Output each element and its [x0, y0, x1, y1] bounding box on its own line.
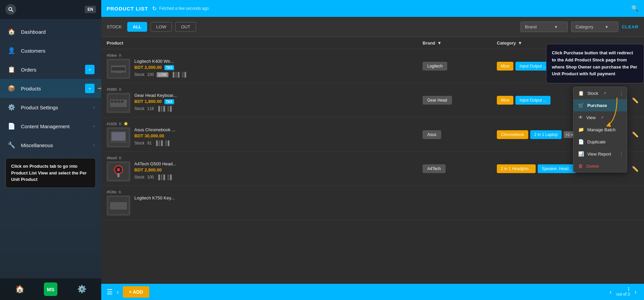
chevron-right-icon: › — [93, 105, 95, 110]
stock-label-row: Stock — [134, 106, 144, 111]
product-id: #1606 ⎘ ⭐ — [107, 121, 423, 126]
sidebar-item-product-settings[interactable]: ⚙️ Product Settings › — [0, 98, 101, 117]
sidebar-item-products[interactable]: 📦 Products + — [0, 79, 101, 98]
page-total: out of 3 — [616, 292, 630, 297]
context-menu-duplicate[interactable]: 📄 Duplicate — [573, 136, 627, 148]
sidebar-bottom: 🏠 MS ⚙️ — [0, 278, 101, 300]
stock-value: 100 — [147, 175, 154, 180]
back-icon[interactable]: ‹ — [117, 289, 119, 296]
prev-page-btn[interactable]: ‹ — [608, 289, 614, 296]
stock-label-row: Stock — [134, 72, 144, 77]
next-page-btn[interactable]: › — [633, 289, 639, 296]
table-row: #539c ⎘ Logitech K750 Key... — [101, 186, 644, 220]
stock-filter-low[interactable]: LOW — [151, 22, 172, 32]
pagination: ‹ 1 out of 3 › — [608, 287, 639, 297]
sidebar-item-label: Miscellaneous — [21, 142, 93, 148]
context-menu-delete[interactable]: 🗑 Delete — [573, 160, 627, 172]
svg-rect-22 — [110, 202, 127, 210]
product-id: #8ee6 ⎘ — [107, 156, 423, 160]
page-info: 1 out of 3 — [616, 287, 630, 297]
bottom-ms-icon[interactable]: MS — [44, 282, 57, 296]
clear-btn[interactable]: CLEAR — [622, 24, 639, 29]
copy-icon[interactable]: ⎘ — [119, 53, 122, 57]
sidebar-item-label: Products — [21, 86, 80, 91]
product-thumbnail — [107, 93, 130, 113]
bottom-settings-icon[interactable]: ⚙️ — [75, 282, 88, 296]
context-delete-label: Delete — [586, 164, 599, 169]
context-more-icon: ⋮ — [619, 151, 624, 157]
sidebar: EN 🏠 Dashboard 👤 Customers 📋 Orders + 📦 — [0, 0, 101, 300]
product-id: #5885 ⎘ — [107, 87, 423, 91]
product-price: BDT 30,000.00 — [134, 133, 175, 138]
stock-value: 91 — [147, 141, 152, 145]
svg-rect-4 — [112, 67, 125, 71]
category-dropdown[interactable]: Category ▾ — [571, 22, 618, 32]
stock-filter-all[interactable]: ALL — [127, 22, 147, 32]
stock-filter-out[interactable]: OUT — [175, 22, 196, 32]
star-icon: ⭐ — [124, 121, 128, 126]
context-menu-view[interactable]: 👁 View ↗ — [573, 111, 627, 124]
sidebar-search-icon[interactable] — [5, 4, 16, 15]
external-link-icon: ↗ — [600, 115, 603, 120]
stock-icon: 📋 — [578, 90, 584, 96]
bottom-home-icon[interactable]: 🏠 — [13, 282, 26, 296]
sidebar-item-orders[interactable]: 📋 Orders + — [0, 60, 101, 79]
context-duplicate-label: Duplicate — [587, 139, 606, 144]
edit-icon[interactable]: ✏️ — [632, 97, 639, 104]
barcode-icon: ▐║▌║▌ — [154, 140, 171, 146]
copy-icon[interactable]: ⎘ — [119, 190, 121, 194]
products-add-btn[interactable]: + — [85, 84, 95, 93]
topbar-search-icon[interactable]: 🔍 — [631, 5, 639, 12]
product-name: Logitech K750 Key... — [134, 195, 175, 200]
barcode-icon: ▐║▌║▌ — [171, 72, 188, 77]
category-tag: Mice — [497, 62, 513, 71]
add-btn[interactable]: + ADD — [123, 286, 149, 298]
brand-label: Brand — [525, 24, 537, 29]
low-badge: LOW — [157, 72, 168, 77]
brand-dropdown[interactable]: Brand ▾ — [520, 22, 568, 32]
delete-icon: 🗑 — [578, 163, 583, 169]
product-name: A4Tech G500 Head... — [134, 161, 176, 166]
tax-badge: TAX — [164, 99, 174, 104]
sidebar-item-dashboard[interactable]: 🏠 Dashboard — [0, 22, 101, 41]
sidebar-item-customers[interactable]: 👤 Customers — [0, 41, 101, 60]
customers-icon: 👤 — [7, 46, 16, 55]
brand-tag: Asus — [423, 130, 441, 139]
context-purchase-label: Purchase — [587, 103, 607, 108]
brand-chevron-icon: ▾ — [555, 24, 557, 29]
lang-badge[interactable]: EN — [85, 6, 96, 13]
filterbar: STOCK ALL ALL LOW OUT Brand ▾ Category ▾… — [101, 17, 644, 37]
products-arrow-icon — [97, 84, 101, 92]
page-current: 1 — [627, 287, 630, 291]
duplicate-icon: 📄 — [578, 139, 584, 144]
context-batch-label: Manage Batch — [587, 127, 616, 132]
sidebar-item-content-management[interactable]: 📄 Content Management › — [0, 117, 101, 136]
context-menu-view-report[interactable]: 📊 View Report ⋮ — [573, 148, 627, 160]
svg-rect-6 — [123, 72, 125, 73]
edit-icon[interactable]: ✏️ — [632, 131, 639, 138]
edit-icon[interactable]: ✏️ — [632, 166, 639, 172]
barcode-icon: ▐║▌║▌ — [157, 106, 173, 111]
tooltip-box: Click on Products tab to go into Product… — [5, 158, 96, 188]
svg-point-0 — [9, 7, 12, 10]
product-id: #539c ⎘ — [107, 190, 423, 194]
orders-add-btn[interactable]: + — [85, 65, 95, 74]
context-stock-label: Stock — [587, 91, 598, 96]
context-menu-purchase[interactable]: 🛒 Purchase — [573, 99, 627, 111]
sidebar-item-label: Content Management — [21, 124, 93, 129]
context-report-label: View Report — [587, 152, 611, 157]
context-view-label: View — [586, 115, 596, 120]
copy-icon[interactable]: ⎘ — [119, 122, 122, 126]
sidebar-item-miscellaneous[interactable]: 🔧 Miscellaneous › — [0, 136, 101, 155]
brand-tag: Gear Head — [423, 96, 452, 105]
refresh-icon[interactable]: ↻ — [152, 5, 157, 12]
context-more-icon: ⋮ — [619, 90, 624, 97]
context-menu-stock[interactable]: 📋 Stock ↗ ⋮ — [573, 87, 627, 99]
hamburger-icon[interactable]: ☰ — [107, 288, 113, 296]
products-icon: 📦 — [7, 84, 16, 93]
callout-box: Click Purchase button that will redirect… — [546, 44, 644, 83]
copy-icon[interactable]: ⎘ — [119, 87, 122, 91]
copy-icon[interactable]: ⎘ — [119, 156, 122, 160]
context-menu-manage-batch[interactable]: 📁 Manage Batch — [573, 124, 627, 136]
svg-rect-12 — [121, 101, 124, 103]
